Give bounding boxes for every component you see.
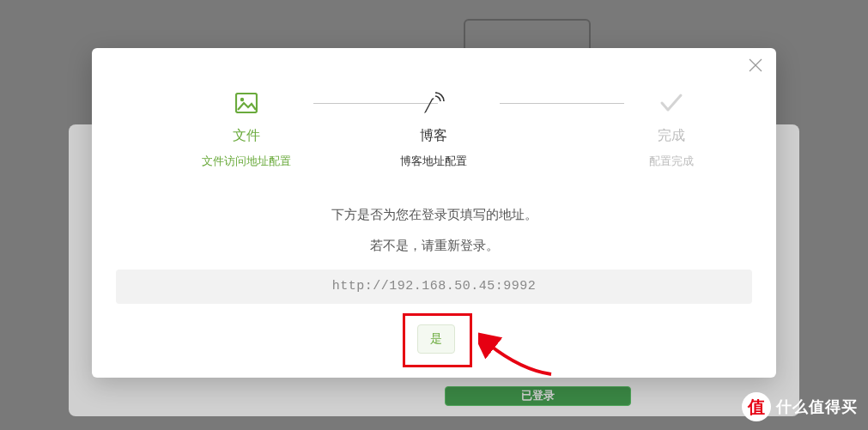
- step-title: 完成: [586, 127, 757, 145]
- message-line-1: 下方是否为您在登录页填写的地址。: [92, 207, 776, 223]
- step-blog: 博客 博客地址配置: [348, 91, 519, 169]
- close-icon[interactable]: [747, 57, 764, 74]
- step-done: 完成 配置完成: [586, 91, 757, 169]
- message-line-2: 若不是，请重新登录。: [92, 238, 776, 254]
- step-title: 文件: [161, 127, 332, 145]
- url-display: http://192.168.50.45:9992: [116, 270, 752, 304]
- step-subtitle: 文件访问地址配置: [161, 154, 332, 169]
- pen-broadcast-icon: [348, 91, 519, 115]
- watermark-badge: 值: [742, 392, 771, 421]
- config-dialog: 文件 文件访问地址配置 博客 博客地址配置 完成 配置完成 下方是否为您在登录页…: [92, 48, 776, 378]
- watermark-text: 什么值得买: [776, 397, 858, 417]
- confirm-button[interactable]: 是: [417, 324, 455, 354]
- watermark: 值 什么值得买: [742, 392, 858, 421]
- checkmark-icon: [586, 91, 757, 115]
- svg-point-3: [240, 98, 244, 101]
- image-icon: [161, 91, 332, 115]
- step-title: 博客: [348, 127, 519, 145]
- wizard-stepper: 文件 文件访问地址配置 博客 博客地址配置 完成 配置完成: [92, 91, 776, 160]
- step-file: 文件 文件访问地址配置: [161, 91, 332, 169]
- step-subtitle: 博客地址配置: [348, 154, 519, 169]
- step-subtitle: 配置完成: [586, 154, 757, 169]
